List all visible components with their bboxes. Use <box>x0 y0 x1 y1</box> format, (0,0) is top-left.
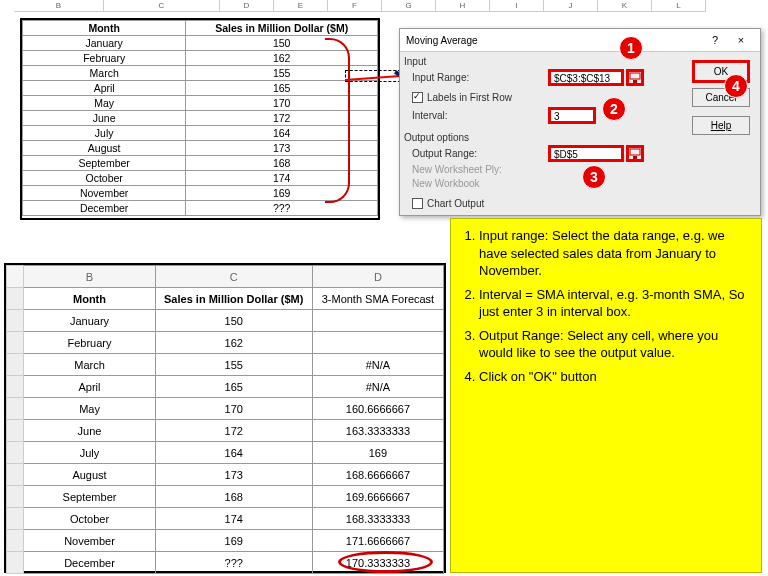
badge-4: 4 <box>724 74 748 98</box>
instruction-item: Output Range: Select any cell, where you… <box>479 327 751 362</box>
label-labels-first-row: Labels in First Row <box>427 92 512 103</box>
section-output: Output options <box>404 132 469 143</box>
table-row: September168169.6666667 <box>7 486 444 508</box>
input-range-field[interactable]: $C$3:$C$13 <box>548 69 624 86</box>
output-range-field[interactable]: $D$5 <box>548 145 624 162</box>
label-output-range: Output Range: <box>412 148 477 159</box>
dialog-titlebar: Moving Average ? × <box>400 29 760 52</box>
table-row: January150 <box>7 310 444 332</box>
label-new-worksheet: New Worksheet Ply: <box>412 164 502 175</box>
range-picker-icon[interactable] <box>626 69 644 86</box>
label-new-workbook: New Workbook <box>412 178 480 189</box>
badge-3: 3 <box>582 165 606 189</box>
result-highlight-circle <box>338 551 433 573</box>
chart-output-checkbox[interactable] <box>412 198 423 209</box>
section-input: Input <box>404 56 426 67</box>
svg-rect-7 <box>633 156 637 159</box>
dialog-title: Moving Average <box>406 35 478 46</box>
instructions-panel: Input range: Select the data range, e.g.… <box>450 218 762 573</box>
label-chart-output: Chart Output <box>427 198 484 209</box>
col2-forecast: 3-Month SMA Forecast <box>312 288 443 310</box>
label-input-range: Input Range: <box>412 72 469 83</box>
badge-2: 2 <box>602 97 626 121</box>
instruction-item: Input range: Select the data range, e.g.… <box>479 227 751 280</box>
col-sales: Sales in Million Dollar ($M) <box>186 21 378 36</box>
moving-average-dialog[interactable]: Moving Average ? × Input Input Range: $C… <box>399 28 761 216</box>
result-panel: BCD MonthSales in Million Dollar ($M)3-M… <box>4 263 446 573</box>
svg-rect-5 <box>633 80 637 83</box>
svg-rect-4 <box>630 73 640 79</box>
help-button[interactable]: Help <box>692 116 750 135</box>
table-row: July164169 <box>7 442 444 464</box>
table-row: May170160.6666667 <box>7 398 444 420</box>
label-interval: Interval: <box>412 110 448 121</box>
table-row: October174168.3333333 <box>7 508 444 530</box>
col-month: Month <box>23 21 186 36</box>
labels-checkbox[interactable] <box>412 92 423 103</box>
table-row: February162 <box>7 332 444 354</box>
col2-month: Month <box>24 288 155 310</box>
instruction-item: Interval = SMA interval, e.g. 3-month SM… <box>479 286 751 321</box>
table-row: April165#N/A <box>7 376 444 398</box>
table-row: March155#N/A <box>7 354 444 376</box>
help-icon[interactable]: ? <box>702 32 728 48</box>
table-row: August173168.6666667 <box>7 464 444 486</box>
marching-ants <box>345 70 401 82</box>
svg-rect-6 <box>630 149 640 155</box>
table-row: June172163.3333333 <box>7 420 444 442</box>
close-icon[interactable]: × <box>728 32 754 48</box>
result-table: BCD MonthSales in Million Dollar ($M)3-M… <box>6 265 444 574</box>
bracket-annotation <box>325 38 350 203</box>
badge-1: 1 <box>619 36 643 60</box>
output-range-picker-icon[interactable] <box>626 145 644 162</box>
instruction-item: Click on "OK" button <box>479 368 751 386</box>
table-row: November169171.6666667 <box>7 530 444 552</box>
interval-field[interactable]: 3 <box>548 107 596 124</box>
column-headers-top: B C D E F G H I J K L <box>14 0 706 12</box>
col2-sales: Sales in Million Dollar ($M) <box>155 288 312 310</box>
